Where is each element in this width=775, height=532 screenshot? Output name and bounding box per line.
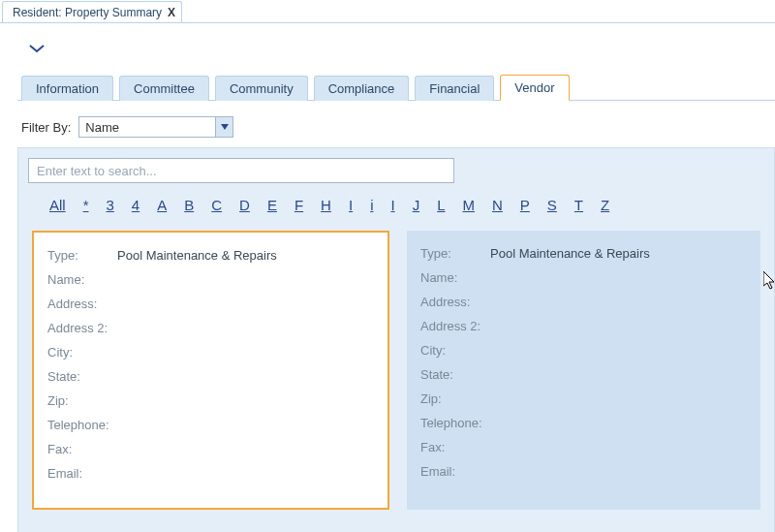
field-label-state: State: (420, 367, 490, 382)
field-label-type: Type: (47, 248, 117, 263)
tab-vendor[interactable]: Vendor (500, 75, 569, 101)
vendor-card[interactable]: Type:Pool Maintenance & Repairs Name: Ad… (32, 231, 389, 510)
alpha-link[interactable]: A (157, 197, 167, 213)
alpha-link[interactable]: 4 (132, 197, 140, 213)
alpha-link[interactable]: E (267, 197, 277, 213)
field-label-email: Email: (420, 464, 490, 479)
tab-information[interactable]: Information (21, 76, 113, 101)
alpha-link[interactable]: B (184, 197, 194, 213)
alpha-link[interactable]: All (49, 197, 66, 213)
field-label-address: Address: (420, 295, 490, 309)
vendor-cards: Type:Pool Maintenance & Repairs Name: Ad… (28, 231, 764, 510)
field-label-email: Email: (47, 466, 117, 481)
alpha-link[interactable]: I (349, 197, 353, 213)
alpha-link[interactable]: L (437, 197, 445, 213)
vendor-card[interactable]: Type:Pool Maintenance & Repairs Name: Ad… (407, 231, 760, 510)
alpha-link[interactable]: C (211, 197, 222, 213)
alpha-link[interactable]: D (239, 197, 250, 213)
alpha-link[interactable]: T (574, 197, 583, 213)
alpha-link[interactable]: P (520, 197, 530, 213)
filter-dropdown[interactable]: Name (78, 116, 233, 138)
search-input[interactable] (28, 158, 454, 183)
tabs-row: Information Committee Community Complian… (17, 74, 775, 101)
dropdown-arrow-icon[interactable] (215, 117, 232, 137)
tab-compliance[interactable]: Compliance (314, 76, 410, 101)
alpha-link[interactable]: F (294, 197, 303, 213)
field-label-name: Name: (47, 272, 117, 287)
field-label-city: City: (420, 343, 490, 358)
field-label-address2: Address 2: (47, 321, 117, 335)
field-label-address2: Address 2: (420, 319, 490, 333)
alpha-link[interactable]: i (370, 197, 373, 213)
alpha-link[interactable]: 3 (107, 197, 114, 213)
alpha-link[interactable]: * (83, 197, 89, 213)
content-pane: All * 3 4 A B C D E F H I i I J L M N P … (17, 147, 775, 532)
field-label-type: Type: (420, 246, 490, 261)
tab-community[interactable]: Community (215, 76, 308, 101)
tab-financial[interactable]: Financial (415, 76, 494, 101)
work-area: Information Committee Community Complian… (0, 23, 775, 532)
alpha-link[interactable]: Z (601, 197, 609, 213)
field-label-zip: Zip: (420, 391, 490, 406)
alpha-link[interactable]: M (462, 197, 475, 213)
chevron-down-icon[interactable] (25, 37, 48, 60)
tab-committee[interactable]: Committee (119, 76, 209, 101)
alpha-link[interactable]: N (492, 197, 503, 213)
field-value-type: Pool Maintenance & Repairs (117, 248, 277, 263)
alpha-link[interactable]: J (413, 197, 420, 213)
alpha-link[interactable]: I (390, 197, 394, 213)
alpha-link[interactable]: H (321, 197, 331, 213)
document-tab[interactable]: Resident: Property Summary X (2, 1, 182, 22)
filter-label: Filter By: (21, 120, 71, 135)
field-value-type: Pool Maintenance & Repairs (490, 246, 650, 261)
field-label-zip: Zip: (47, 393, 117, 408)
alpha-link[interactable]: S (547, 197, 557, 213)
field-label-address: Address: (47, 297, 117, 311)
close-icon[interactable]: X (168, 6, 175, 19)
document-tab-title: Resident: Property Summary (13, 6, 162, 19)
field-label-state: State: (47, 369, 117, 384)
field-label-city: City: (47, 345, 117, 360)
document-tab-bar: Resident: Property Summary X (0, 0, 775, 23)
field-label-telephone: Telephone: (47, 418, 117, 432)
filter-row: Filter By: Name (21, 116, 775, 138)
field-label-fax: Fax: (47, 442, 117, 456)
field-label-name: Name: (420, 270, 490, 285)
field-label-telephone: Telephone: (420, 416, 490, 430)
field-label-fax: Fax: (420, 440, 490, 454)
filter-dropdown-text: Name (79, 120, 215, 135)
svg-marker-0 (221, 124, 229, 130)
alpha-filter-bar: All * 3 4 A B C D E F H I i I J L M N P … (49, 197, 764, 213)
